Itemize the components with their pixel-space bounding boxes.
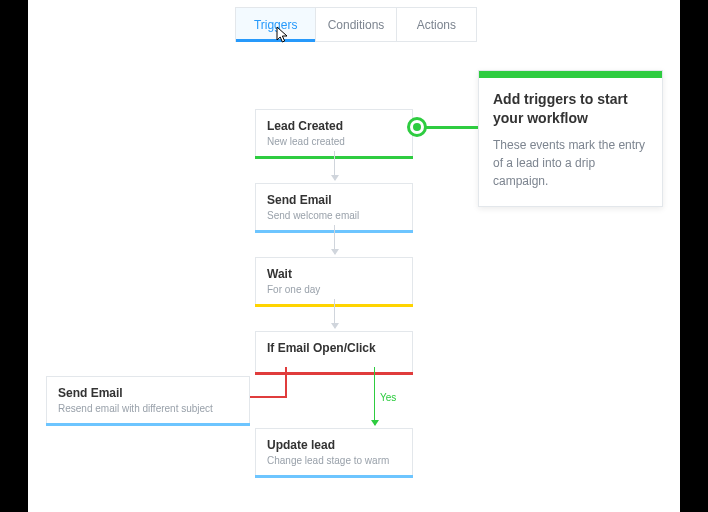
info-panel-text: These events mark the entry of a lead in…	[493, 136, 648, 190]
node-subtitle: For one day	[267, 284, 401, 295]
node-title: Update lead	[267, 438, 401, 452]
tab-conditions[interactable]: Conditions	[316, 8, 396, 41]
connector-arrow	[334, 151, 335, 180]
connector-no-vertical	[285, 367, 287, 397]
node-subtitle: New lead created	[267, 136, 401, 147]
connector-arrow	[334, 299, 335, 328]
node-title: Lead Created	[267, 119, 401, 133]
node-title: Wait	[267, 267, 401, 281]
node-subtitle: Resend email with different subject	[58, 403, 238, 414]
node-title: Send Email	[58, 386, 238, 400]
left-black-band	[0, 0, 28, 512]
trigger-marker-icon	[407, 117, 427, 137]
tab-actions-label: Actions	[417, 18, 456, 32]
right-black-band	[680, 0, 708, 512]
branch-label-yes: Yes	[380, 392, 396, 403]
tab-bar: Triggers Conditions Actions	[235, 7, 477, 42]
tab-triggers[interactable]: Triggers	[236, 8, 316, 41]
info-panel-title: Add triggers to start your workflow	[493, 90, 648, 128]
connector-yes	[374, 367, 375, 425]
node-title: Send Email	[267, 193, 401, 207]
node-subtitle: Send welcome email	[267, 210, 401, 221]
node-action-update-lead[interactable]: Update lead Change lead stage to warm	[255, 428, 413, 478]
info-panel: Add triggers to start your workflow Thes…	[478, 70, 663, 207]
tab-actions[interactable]: Actions	[397, 8, 476, 41]
node-subtitle: Change lead stage to warm	[267, 455, 401, 466]
connector-arrow	[334, 225, 335, 254]
tab-conditions-label: Conditions	[328, 18, 385, 32]
node-title: If Email Open/Click	[267, 341, 401, 355]
node-action-resend-email[interactable]: Send Email Resend email with different s…	[46, 376, 250, 426]
info-panel-accent	[479, 71, 662, 78]
tab-triggers-label: Triggers	[254, 18, 298, 32]
node-condition-email-open[interactable]: If Email Open/Click	[255, 331, 413, 375]
